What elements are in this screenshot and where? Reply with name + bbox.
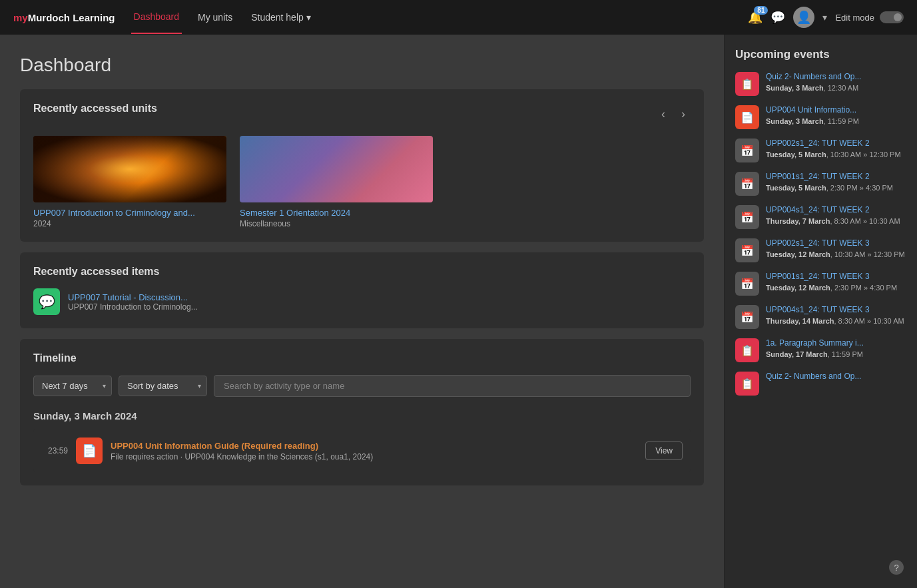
- event-time-suffix-5: , 10:30 AM » 12:30 PM: [830, 250, 905, 258]
- event-info-0: Quiz 2- Numbers and Op... Sunday, 3 Marc…: [766, 72, 861, 92]
- nav-right: 🔔 81 💬 👤 ▾ Edit mode: [748, 7, 904, 28]
- event-icon-6: 📅: [735, 272, 759, 296]
- event-item-2: 📅 UPP002s1_24: TUT WEEK 2 Tuesday, 5 Mar…: [735, 139, 906, 162]
- event-title-6[interactable]: UPP001s1_24: TUT WEEK 3: [766, 272, 897, 282]
- event-title-7[interactable]: UPP004s1_24: TUT WEEK 3: [766, 305, 904, 316]
- event-info-2: UPP002s1_24: TUT WEEK 2 Tuesday, 5 March…: [766, 139, 901, 158]
- event-title-3[interactable]: UPP001s1_24: TUT WEEK 2: [766, 172, 893, 182]
- nav-dashboard[interactable]: Dashboard: [131, 1, 182, 34]
- nav-links: Dashboard My units Student help ▾: [131, 1, 733, 34]
- carousel-prev-button[interactable]: ‹: [656, 105, 671, 124]
- event-day-4: Thursday, 7 March: [766, 217, 830, 225]
- event-item-0: 📋 Quiz 2- Numbers and Op... Sunday, 3 Ma…: [735, 72, 906, 96]
- unit-card-0[interactable]: UPP007 Introduction to Criminology and..…: [33, 136, 226, 228]
- carousel-nav: ‹ ›: [656, 105, 691, 124]
- event-title-2[interactable]: UPP002s1_24: TUT WEEK 2: [766, 139, 901, 149]
- event-title-1[interactable]: UPP004 Unit Informatio...: [766, 105, 859, 116]
- event-title-4[interactable]: UPP004s1_24: TUT WEEK 2: [766, 205, 900, 216]
- event-time-suffix-0: , 12:30 AM: [824, 84, 859, 92]
- item-info-0: UPP007 Tutorial - Discussion... UPP007 I…: [68, 292, 198, 312]
- timeline-item-title-0[interactable]: UPP004 Unit Information Guide (Required …: [111, 441, 637, 451]
- event-time-suffix-4: , 8:30 AM » 10:30 AM: [830, 217, 900, 225]
- event-day-6: Tuesday, 12 March: [766, 284, 830, 292]
- days-select[interactable]: Next 7 days Next 30 days All: [42, 381, 103, 391]
- event-info-9: Quiz 2- Numbers and Op...: [766, 372, 861, 382]
- unit-link-0[interactable]: UPP007 Introduction to Criminology and..…: [33, 208, 226, 218]
- event-item-1: 📄 UPP004 Unit Informatio... Sunday, 3 Ma…: [735, 105, 906, 129]
- event-icon-7: 📅: [735, 305, 759, 329]
- event-time-8: Sunday, 17 March, 11:59 PM: [766, 350, 864, 358]
- event-time-suffix-3: , 2:30 PM » 4:30 PM: [826, 184, 893, 192]
- event-icon-1: 📄: [735, 105, 759, 129]
- units-carousel: UPP007 Introduction to Criminology and..…: [33, 136, 691, 228]
- event-icon-9: 📋: [735, 372, 759, 396]
- event-title-9[interactable]: Quiz 2- Numbers and Op...: [766, 372, 861, 382]
- notifications-button[interactable]: 🔔 81: [748, 10, 763, 25]
- event-time-1: Sunday, 3 March, 11:59 PM: [766, 117, 859, 125]
- event-title-0[interactable]: Quiz 2- Numbers and Op...: [766, 72, 861, 83]
- event-info-8: 1a. Paragraph Summary i... Sunday, 17 Ma…: [766, 338, 864, 358]
- event-icon-5: 📅: [735, 238, 759, 262]
- event-time-7: Thursday, 14 March, 8:30 AM » 10:30 AM: [766, 317, 904, 325]
- units-card-title: Recently accessed units: [33, 103, 157, 115]
- timeline-search-input[interactable]: [214, 375, 691, 397]
- timeline-item-0: 23:59 📄 UPP004 Unit Information Guide (R…: [33, 430, 691, 472]
- event-item-8: 📋 1a. Paragraph Summary i... Sunday, 17 …: [735, 338, 906, 362]
- event-item-3: 📅 UPP001s1_24: TUT WEEK 2 Tuesday, 5 Mar…: [735, 172, 906, 196]
- content-area: Dashboard Recently accessed units ‹ › UP…: [0, 35, 724, 588]
- event-time-suffix-7: , 8:30 AM » 10:30 AM: [834, 317, 904, 325]
- event-time-3: Tuesday, 5 March, 2:30 PM » 4:30 PM: [766, 184, 893, 192]
- timeline-date-label: Sunday, 3 March 2024: [33, 410, 691, 422]
- days-filter[interactable]: Next 7 days Next 30 days All ▾: [33, 376, 112, 396]
- event-day-0: Sunday, 3 March: [766, 84, 824, 92]
- event-info-3: UPP001s1_24: TUT WEEK 2 Tuesday, 5 March…: [766, 172, 893, 192]
- unit-thumbnail-0: [33, 136, 226, 202]
- event-item-7: 📅 UPP004s1_24: TUT WEEK 3 Thursday, 14 M…: [735, 305, 906, 329]
- sidebar: Upcoming events 📋 Quiz 2- Numbers and Op…: [724, 35, 917, 588]
- event-day-5: Tuesday, 12 March: [766, 250, 830, 258]
- unit-meta-1: Miscellaneous: [240, 219, 433, 228]
- edit-mode-toggle[interactable]: Edit mode: [835, 11, 904, 23]
- event-info-5: UPP002s1_24: TUT WEEK 3 Tuesday, 12 Marc…: [766, 238, 905, 258]
- user-avatar[interactable]: 👤: [793, 7, 814, 28]
- event-item-6: 📅 UPP001s1_24: TUT WEEK 3 Tuesday, 12 Ma…: [735, 272, 906, 296]
- event-time-suffix-8: , 11:59 PM: [828, 350, 863, 358]
- timeline-view-button-0[interactable]: View: [645, 441, 683, 460]
- edit-mode-label: Edit mode: [835, 13, 874, 23]
- event-day-1: Sunday, 3 March: [766, 117, 824, 125]
- event-info-4: UPP004s1_24: TUT WEEK 2 Thursday, 7 Marc…: [766, 205, 900, 225]
- item-subtitle-0: UPP007 Introduction to Criminolog...: [68, 302, 198, 312]
- carousel-next-button[interactable]: ›: [676, 105, 691, 124]
- event-time-2: Tuesday, 5 March, 10:30 AM » 12:30 PM: [766, 150, 901, 158]
- item-title-0[interactable]: UPP007 Tutorial - Discussion...: [68, 292, 198, 302]
- edit-mode-switch[interactable]: [880, 11, 904, 23]
- recently-accessed-items-card: Recently accessed items 💬 UPP007 Tutoria…: [20, 252, 704, 328]
- event-icon-8: 📋: [735, 338, 759, 362]
- main-layout: Dashboard Recently accessed units ‹ › UP…: [0, 35, 917, 588]
- page-title: Dashboard: [20, 55, 704, 76]
- logo-my: my: [13, 12, 28, 23]
- sort-filter[interactable]: Sort by dates Sort by courses ▾: [119, 376, 207, 396]
- sort-select[interactable]: Sort by dates Sort by courses: [127, 381, 198, 391]
- event-title-5[interactable]: UPP002s1_24: TUT WEEK 3: [766, 238, 905, 249]
- event-icon-3: 📅: [735, 172, 759, 196]
- nav-my-units[interactable]: My units: [195, 1, 235, 33]
- timeline-item-subtitle-0: File requires action · UPP004 Knowledge …: [111, 452, 637, 461]
- event-icon-2: 📅: [735, 139, 759, 162]
- event-info-1: UPP004 Unit Informatio... Sunday, 3 Marc…: [766, 105, 859, 125]
- items-card-title: Recently accessed items: [33, 266, 691, 278]
- recently-accessed-units-card: Recently accessed units ‹ › UPP007 Intro…: [20, 89, 704, 242]
- event-day-7: Thursday, 14 March: [766, 317, 834, 325]
- event-day-3: Tuesday, 5 March: [766, 184, 826, 192]
- timeline-info-0: UPP004 Unit Information Guide (Required …: [111, 441, 637, 461]
- help-badge[interactable]: ?: [889, 560, 904, 575]
- event-time-0: Sunday, 3 March, 12:30 AM: [766, 84, 861, 92]
- unit-link-1[interactable]: Semester 1 Orientation 2024: [240, 208, 433, 218]
- messages-button[interactable]: 💬: [770, 10, 785, 25]
- avatar-chevron[interactable]: ▾: [822, 12, 827, 23]
- nav-student-help[interactable]: Student help ▾: [248, 1, 314, 33]
- timeline-card: Timeline Next 7 days Next 30 days All ▾ …: [20, 339, 704, 485]
- event-title-8[interactable]: 1a. Paragraph Summary i...: [766, 338, 864, 349]
- unit-card-1[interactable]: Semester 1 Orientation 2024 Miscellaneou…: [240, 136, 433, 228]
- event-icon-0: 📋: [735, 72, 759, 96]
